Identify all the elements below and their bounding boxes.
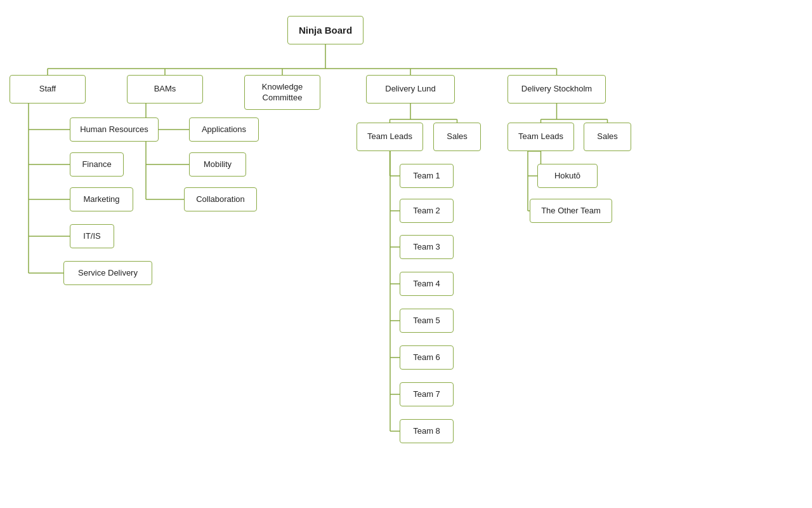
node-team7[interactable]: Team 7 xyxy=(400,382,454,406)
node-collaboration[interactable]: Collaboration xyxy=(184,187,257,211)
node-finance[interactable]: Finance xyxy=(70,152,124,177)
node-sales_lund[interactable]: Sales xyxy=(433,123,481,151)
node-hokuto[interactable]: Hokutō xyxy=(537,164,598,188)
node-knowledge[interactable]: Knowledge Committee xyxy=(244,75,320,110)
node-delivery_stockholm[interactable]: Delivery Stockholm xyxy=(508,75,606,104)
node-applications[interactable]: Applications xyxy=(189,117,259,142)
node-team4[interactable]: Team 4 xyxy=(400,272,454,296)
node-staff[interactable]: Staff xyxy=(10,75,86,104)
node-delivery_lund[interactable]: Delivery Lund xyxy=(366,75,455,104)
node-itis[interactable]: IT/IS xyxy=(70,224,114,248)
node-team6[interactable]: Team 6 xyxy=(400,345,454,370)
node-team_leads_lund[interactable]: Team Leads xyxy=(357,123,423,151)
node-team5[interactable]: Team 5 xyxy=(400,309,454,333)
node-human_resources[interactable]: Human Resources xyxy=(70,117,159,142)
node-bams[interactable]: BAMs xyxy=(127,75,203,104)
node-mobility[interactable]: Mobility xyxy=(189,152,246,177)
node-marketing[interactable]: Marketing xyxy=(70,187,133,211)
node-root[interactable]: Ninja Board xyxy=(287,16,363,44)
org-chart: Ninja BoardStaffBAMsKnowledge CommitteeD… xyxy=(0,0,812,508)
node-team1[interactable]: Team 1 xyxy=(400,164,454,188)
node-service_delivery[interactable]: Service Delivery xyxy=(63,261,152,285)
node-team8[interactable]: Team 8 xyxy=(400,419,454,443)
node-sales_stockholm[interactable]: Sales xyxy=(584,123,631,151)
node-team2[interactable]: Team 2 xyxy=(400,199,454,223)
node-team3[interactable]: Team 3 xyxy=(400,235,454,259)
node-team_leads_stockholm[interactable]: Team Leads xyxy=(508,123,574,151)
node-other_team[interactable]: The Other Team xyxy=(530,199,612,223)
